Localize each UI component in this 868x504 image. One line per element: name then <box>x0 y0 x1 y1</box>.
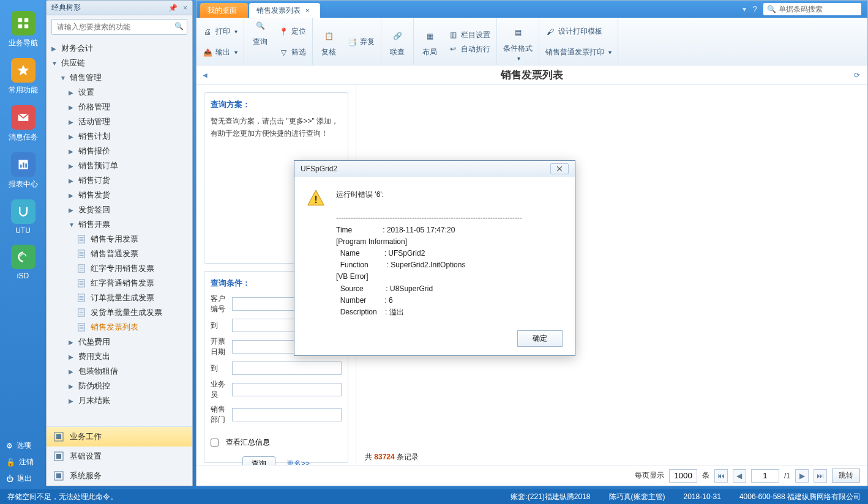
tree-panel-title: 经典树形 <box>51 2 81 13</box>
help-icon[interactable]: ? <box>752 4 757 14</box>
review-button[interactable]: 📋复核 <box>319 26 339 57</box>
tree-node[interactable]: 订单批量生成发票 <box>47 291 192 305</box>
tree-tab[interactable]: 基础设置 <box>47 447 192 466</box>
dialog-message: 运行时错误 '6': -----------------------------… <box>336 189 522 318</box>
tree-node[interactable]: ▶防伪税控 <box>47 379 192 393</box>
tree-node[interactable]: 销售普通发票 <box>47 246 192 261</box>
tree-node[interactable]: ▼销售管理 <box>47 70 192 85</box>
first-page-button[interactable]: ⏮ <box>714 469 728 483</box>
next-page-button[interactable]: ▶ <box>795 469 809 483</box>
chevron-icon: ▶ <box>69 207 76 213</box>
query-plan-hint: 暂无查询方案，请点击 "更多>>" 添加，有助于您更加方便快捷的进行查询！ <box>211 115 342 140</box>
tree-node[interactable]: 红字普通销售发票 <box>47 276 192 291</box>
doc-tab[interactable]: 销售发票列表× <box>249 3 320 18</box>
leftnav-isd[interactable]: iSD <box>0 240 46 285</box>
barcode-search-input[interactable] <box>779 5 852 13</box>
tab-dropdown-icon[interactable]: ▾ <box>743 5 746 13</box>
chevron-icon: ▶ <box>69 177 76 184</box>
last-page-button[interactable]: ⏭ <box>814 469 827 483</box>
tree-node[interactable]: ▶财务会计 <box>47 41 192 56</box>
tree-node[interactable]: ▶月末结账 <box>47 393 192 408</box>
tree-node[interactable]: ▶包装物租借 <box>47 364 192 379</box>
leftnav-star[interactable]: 常用功能 <box>0 53 46 100</box>
tree-panel-header: 经典树形 📌 × <box>47 1 192 15</box>
tree-node[interactable]: 销售专用发票 <box>47 232 192 246</box>
tree-node[interactable]: 发货单批量生成发票 <box>47 305 192 320</box>
tree-node[interactable]: ▶代垫费用 <box>47 335 192 349</box>
leftnav-nav[interactable]: 业务导航 <box>0 6 46 53</box>
tree-node[interactable]: ▶设置 <box>47 85 192 100</box>
tree-node[interactable]: ▶价格管理 <box>47 100 192 114</box>
pin-icon[interactable]: 📌 <box>168 4 178 12</box>
tree-node[interactable]: 红字专用销售发票 <box>47 261 192 276</box>
leftnav-bottom-2[interactable]: ⏻退出 <box>0 470 46 487</box>
dept-input[interactable] <box>232 408 342 421</box>
print-template-button[interactable]: 销售普通发票打印 <box>545 47 612 57</box>
svg-rect-3 <box>24 24 28 28</box>
tree-node[interactable]: ▶销售订货 <box>47 173 192 188</box>
print-button[interactable]: 🖨打印 <box>203 26 238 37</box>
back-icon[interactable]: ◄ <box>201 71 209 80</box>
tree-node[interactable]: ▼供应链 <box>47 56 192 70</box>
jump-button[interactable]: 跳转 <box>832 469 860 483</box>
leftnav-mail[interactable]: 消息任务 <box>0 100 46 147</box>
union-query-button[interactable]: 🔗联查 <box>387 26 407 57</box>
tree-node[interactable]: ▶发货签回 <box>47 202 192 217</box>
abandon-review-button[interactable]: 📑弃复 <box>347 37 375 47</box>
nav-tree-panel: 经典树形 📌 × 🔍 ▶财务会计▼供应链▼销售管理▶设置▶价格管理▶活动管理▶销… <box>46 0 193 486</box>
document-tabs: 我的桌面销售发票列表× ▾ ? 🔍 <box>196 1 867 18</box>
prev-page-button[interactable]: ◀ <box>733 469 746 483</box>
tree-node[interactable]: ▼销售开票 <box>47 217 192 232</box>
leftnav-utu[interactable]: UTU <box>0 195 46 240</box>
user-info: 陈巧真(账套主管) <box>609 492 665 502</box>
tree-node[interactable]: ▶活动管理 <box>47 114 192 129</box>
layout-button[interactable]: ▦布局 <box>420 26 440 57</box>
tree-tab[interactable]: 系统服务 <box>47 466 192 486</box>
tree-node[interactable]: ▶销售报价 <box>47 144 192 158</box>
tab-close-icon[interactable]: × <box>305 7 309 14</box>
tree-node[interactable]: ▶销售计划 <box>47 129 192 144</box>
page-input[interactable] <box>751 469 779 483</box>
svg-rect-1 <box>24 18 28 22</box>
tree-tab[interactable]: 业务工作 <box>47 427 192 447</box>
cond-format-button[interactable]: ▤条件格式 <box>503 23 533 62</box>
filter-button[interactable]: ▽筛选 <box>279 47 306 57</box>
tree-node[interactable]: 销售发票列表 <box>47 320 192 335</box>
output-button[interactable]: 📤输出 <box>203 47 238 57</box>
record-summary: 共 83724 条记录 <box>365 452 419 462</box>
per-page-input[interactable] <box>669 469 697 483</box>
tree-node[interactable]: ▶费用支出 <box>47 349 192 364</box>
design-template-button[interactable]: 🖌设计打印模板 <box>545 26 602 37</box>
columns-button[interactable]: ▥栏目设置 <box>448 30 490 40</box>
doc-tab[interactable]: 我的桌面 <box>200 3 248 18</box>
chevron-icon: ▶ <box>69 148 76 155</box>
chevron-icon: ▶ <box>69 339 76 346</box>
sales-input[interactable] <box>232 383 342 396</box>
chevron-icon: ▶ <box>69 368 76 375</box>
pager: 每页显示 条 ⏮ ◀ /1 ▶ ⏭ 跳转 <box>196 465 867 486</box>
query-plan-title: 查询方案： <box>211 99 342 110</box>
refresh-icon[interactable]: ⟳ <box>854 71 860 80</box>
gear-icon: ⚙ <box>6 442 13 450</box>
wrap-button[interactable]: ↩自动折行 <box>448 44 490 54</box>
search-icon: 🔍 <box>767 5 776 13</box>
locate-button[interactable]: 📍定位 <box>279 26 306 37</box>
date-to-input[interactable] <box>232 361 342 375</box>
leftnav-bottom-1[interactable]: 🔓注销 <box>0 454 46 470</box>
leftnav-report[interactable]: 报表中心 <box>0 147 46 195</box>
tree-search-input[interactable] <box>51 19 187 35</box>
chevron-icon: ▶ <box>69 398 76 404</box>
close-icon[interactable]: × <box>183 4 187 12</box>
top-search: 🔍 <box>763 3 861 15</box>
dialog-close-button[interactable] <box>550 163 569 174</box>
ribbon: 🖨打印 📤输出 🔍查询 📍定位 ▽筛选 📋复核 📑弃复 🔗联查 <box>196 18 867 65</box>
summary-checkbox[interactable] <box>211 439 219 447</box>
dialog-ok-button[interactable]: 确定 <box>517 330 563 347</box>
leftnav-bottom-0[interactable]: ⚙选项 <box>0 437 46 454</box>
chevron-icon: ▶ <box>69 104 76 111</box>
support-info: 4006-600-588 福建纵腾网络有限公司 <box>739 492 861 502</box>
dialog-title: UFSpGrid2 <box>301 165 337 173</box>
search-icon[interactable]: 🔍 <box>174 22 184 31</box>
tree-node[interactable]: ▶销售预订单 <box>47 158 192 173</box>
tree-node[interactable]: ▶销售发货 <box>47 188 192 202</box>
